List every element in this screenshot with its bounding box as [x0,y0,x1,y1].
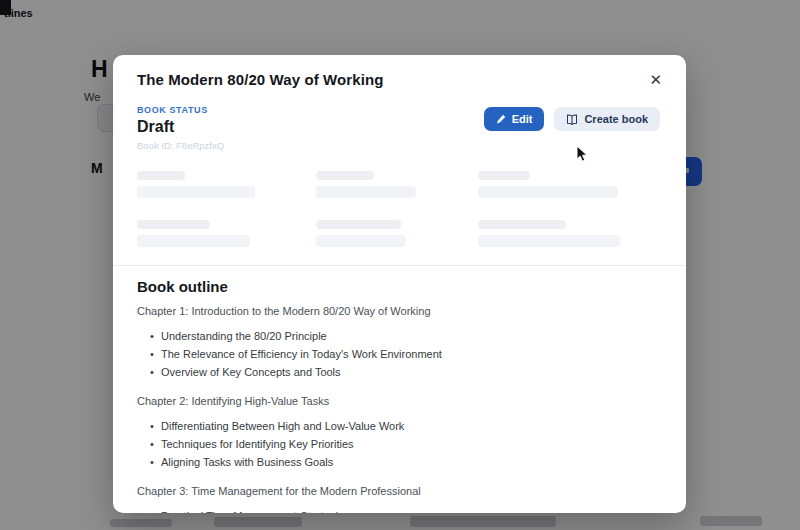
outline-bullet-list: Practical Time Management Strategies [150,507,662,513]
outline-chapter: Chapter 1: Introduction to the Modern 80… [137,305,662,381]
outline-bullet: Techniques for Identifying Key Prioritie… [150,435,662,453]
create-book-button[interactable]: Create book [554,107,660,131]
status-row: BOOK STATUS Draft Book ID: F8eRpzfxQ Edi… [113,99,686,151]
skeleton-bar [137,220,210,229]
book-status-label: BOOK STATUS [137,105,224,115]
pencil-icon [496,114,506,124]
book-status-value: Draft [137,118,224,136]
skeleton-column [478,171,662,247]
loading-skeleton-grid [113,151,686,247]
modal-title: The Modern 80/20 Way of Working [137,71,383,88]
book-details-modal: The Modern 80/20 Way of Working ✕ BOOK S… [113,55,686,513]
book-outline-section: Book outline Chapter 1: Introduction to … [113,265,686,513]
edit-button[interactable]: Edit [484,107,545,131]
outline-chapter: Chapter 3: Time Management for the Moder… [137,485,662,513]
book-outline-list: Chapter 1: Introduction to the Modern 80… [137,305,662,513]
edit-button-label: Edit [512,113,533,125]
outline-bullet: Practical Time Management Strategies [150,507,662,513]
skeleton-bar [316,186,416,198]
modal-actions: Edit Create book [484,107,660,131]
outline-chapter-title: Chapter 2: Identifying High-Value Tasks [137,395,662,407]
outline-bullet: Overview of Key Concepts and Tools [150,363,662,381]
book-icon [566,114,578,125]
outline-bullet: Aligning Tasks with Business Goals [150,453,662,471]
book-status-block: BOOK STATUS Draft Book ID: F8eRpzfxQ [137,105,224,151]
skeleton-bar [478,220,566,229]
outline-bullet: Differentiating Between High and Low-Val… [150,417,662,435]
skeleton-bar [137,171,185,180]
outline-bullet-list: Differentiating Between High and Low-Val… [150,417,662,471]
outline-bullet: The Relevance of Efficiency in Today's W… [150,345,662,363]
skeleton-bar [137,186,255,198]
skeleton-bar [316,220,401,229]
skeleton-bar [478,171,530,180]
skeleton-bar [137,235,250,247]
book-outline-heading: Book outline [137,278,662,295]
outline-bullet: Understanding the 80/20 Principle [150,327,662,345]
outline-chapter-title: Chapter 1: Introduction to the Modern 80… [137,305,662,317]
skeleton-bar [316,171,374,180]
create-book-button-label: Create book [584,113,648,125]
modal-header: The Modern 80/20 Way of Working ✕ [113,55,686,99]
outline-chapter: Chapter 2: Identifying High-Value TasksD… [137,395,662,471]
outline-bullet-list: Understanding the 80/20 PrincipleThe Rel… [150,327,662,381]
outline-chapter-title: Chapter 3: Time Management for the Moder… [137,485,662,497]
close-icon[interactable]: ✕ [643,68,668,91]
skeleton-bar [316,235,406,247]
skeleton-bar [478,235,620,247]
book-id: Book ID: F8eRpzfxQ [137,140,224,151]
skeleton-bar [478,186,618,198]
skeleton-column [316,171,478,247]
skeleton-column [137,171,316,247]
